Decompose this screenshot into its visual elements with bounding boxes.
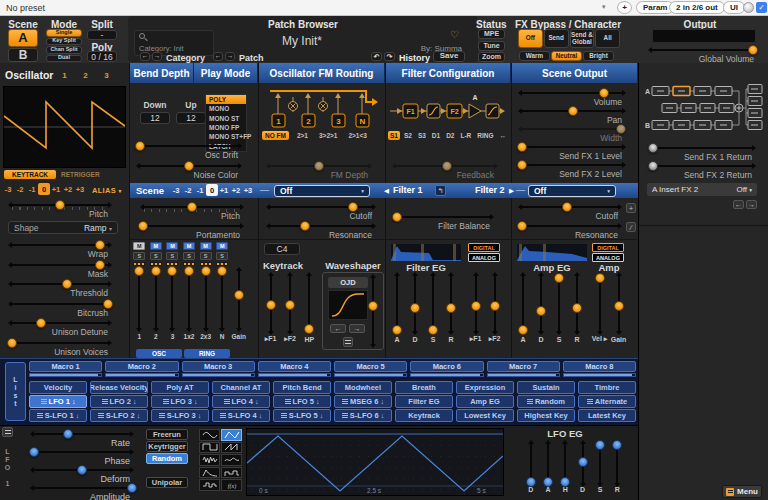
osc-keytrack-toggle[interactable]: KEYTRACK <box>4 170 56 179</box>
mode-option-button[interactable]: Dual <box>46 55 82 63</box>
lfo-shape-random[interactable] <box>199 479 220 491</box>
mod-menu-icon[interactable] <box>342 413 348 418</box>
fx-character-option[interactable]: Bright <box>583 51 614 61</box>
lfo-trigger-option[interactable]: Freerun <box>146 429 188 440</box>
category-next-button[interactable]: → <box>152 52 162 61</box>
lfo-trigger-option[interactable]: Keytrigger <box>146 441 188 452</box>
mod-source-cell[interactable]: Breath <box>395 381 453 394</box>
mod-menu-icon[interactable] <box>527 399 533 404</box>
mod-drop-arrow-icon[interactable]: ↓ <box>380 398 384 405</box>
scene-b-button[interactable]: B <box>8 48 38 62</box>
redo-icon[interactable]: ↷ <box>384 52 395 61</box>
mod-source-cell[interactable]: Alternate ↓ <box>578 395 636 408</box>
insert-fx-prev-button[interactable]: ← <box>733 200 744 209</box>
mod-drop-arrow-icon[interactable]: ↓ <box>320 412 324 419</box>
mod-source-cell[interactable]: Velocity <box>29 381 87 394</box>
filter-config-option[interactable]: S1 <box>388 131 400 140</box>
eg-slider[interactable]: S <box>550 273 568 343</box>
mod-menu-icon[interactable] <box>285 399 291 404</box>
mute-button[interactable]: M <box>216 242 228 250</box>
mod-menu-icon[interactable] <box>342 399 348 404</box>
mixer-fader[interactable] <box>166 268 178 331</box>
fx-bypass-option[interactable]: Send <box>544 29 569 48</box>
filter-config-option[interactable]: D2 <box>444 131 456 140</box>
scene-octave-option[interactable]: -3 <box>170 184 182 196</box>
macro-value-bar[interactable] <box>487 373 560 377</box>
scene-output-slider[interactable]: Send FX 1 Level <box>518 142 626 160</box>
lfo-shape-sawtooth[interactable] <box>221 442 242 454</box>
send-fx1-return-slider[interactable]: Send FX 1 Return <box>650 143 756 161</box>
save-button[interactable]: Save <box>433 51 465 62</box>
lfo-shape-formula[interactable]: f(x) <box>221 479 242 491</box>
mod-source-cell[interactable]: S-LFO 3 ↓ <box>151 409 209 422</box>
macro-value-bar[interactable] <box>563 373 636 377</box>
eg-slider[interactable]: R <box>442 273 460 343</box>
mod-source-cell[interactable]: Lowest Key ↓ <box>456 409 514 422</box>
category-nav-label[interactable]: Category <box>166 53 205 63</box>
keytrack-root-value[interactable]: C4 <box>264 243 300 255</box>
mod-source-cell[interactable]: Poly AT <box>151 381 209 394</box>
osc-octave-option[interactable]: -3 <box>2 183 14 195</box>
host-active-checkbox[interactable]: ✓ <box>756 2 767 13</box>
mute-button[interactable]: M <box>150 242 162 250</box>
undo-icon[interactable]: ↶ <box>371 52 382 61</box>
macro-value-bar[interactable] <box>258 373 331 377</box>
patch-nav-label[interactable]: Patch <box>239 53 264 63</box>
preset-chevron-down-icon[interactable]: ▾ <box>602 3 606 11</box>
mute-button[interactable]: M <box>183 242 195 250</box>
mod-menu-icon[interactable] <box>587 399 593 404</box>
mod-drop-arrow-icon[interactable]: ↓ <box>316 398 320 405</box>
poly-count[interactable]: 0 / 16 <box>87 51 117 62</box>
mod-menu-icon[interactable] <box>102 399 108 404</box>
scene-octave-option[interactable]: +2 <box>230 184 242 196</box>
lfo-eg-slider[interactable]: D <box>522 441 539 493</box>
filter-config-diagram[interactable]: F1F2 A <box>388 90 508 128</box>
filter-config-option[interactable]: L-R <box>458 131 473 140</box>
lfo-slider[interactable]: Amplitude <box>30 483 134 500</box>
macro-control[interactable]: Macro 6 <box>410 361 483 378</box>
mod-source-cell[interactable]: LFO 4 ↓ <box>212 395 270 408</box>
osc-drift-slider[interactable]: Osc Drift <box>136 141 242 159</box>
macro-value-bar[interactable] <box>29 373 102 377</box>
lfo-slider[interactable]: Phase <box>30 447 134 465</box>
fm-routing-option[interactable]: 2>1<3 <box>345 131 369 140</box>
filter-eg-digital-button[interactable]: DIGITAL <box>468 243 500 252</box>
fm-routing-option[interactable]: NO FM <box>262 131 289 140</box>
mod-source-cell[interactable]: Channel AT <box>212 381 270 394</box>
filter-config-option[interactable]: RING <box>475 131 495 140</box>
mixer-fader[interactable] <box>150 268 162 331</box>
waveshaper-prev-button[interactable]: ← <box>330 324 346 333</box>
macro-value-bar[interactable] <box>334 373 407 377</box>
fm-routing-diagram[interactable]: 12 3N <box>262 87 382 131</box>
portamento-slider[interactable]: Portamento <box>140 221 244 239</box>
lfo-trigger-option[interactable]: Random <box>146 453 188 464</box>
fm-routing-option[interactable]: 2>1 <box>294 131 311 140</box>
mod-source-cell[interactable]: Expression <box>456 381 514 394</box>
osc-param-slider[interactable]: Wrap <box>8 240 112 258</box>
waveshaper-next-button[interactable]: → <box>349 324 365 333</box>
mod-source-cell[interactable]: S-LFO 5 ↓ <box>273 409 331 422</box>
mod-source-cell[interactable]: Amp EG ↓ <box>456 395 514 408</box>
patch-next-button[interactable]: → <box>225 52 235 61</box>
scene-output-slider[interactable]: Pan <box>518 106 626 124</box>
mod-source-cell[interactable]: Modwheel <box>334 381 392 394</box>
eg-slider[interactable]: R <box>568 273 586 343</box>
mod-source-cell[interactable]: Filter EG ↓ <box>395 395 453 408</box>
lfo-menu-icon[interactable] <box>2 427 13 437</box>
scene-a-button[interactable]: A <box>8 29 38 47</box>
mixer-fader[interactable] <box>200 268 212 331</box>
eg-slider[interactable]: D <box>406 273 424 343</box>
add-button[interactable]: + <box>617 1 632 14</box>
lfo-waveform-display[interactable]: 0 s 2.5 s 5 s <box>246 428 504 496</box>
status-toggle-button[interactable]: Tune <box>478 41 505 51</box>
lfo-shape-sine[interactable] <box>199 429 220 441</box>
lfo-eg-slider[interactable]: H <box>557 441 574 493</box>
lfo-shape-smooth-noise[interactable] <box>221 454 242 466</box>
macro-control[interactable]: Macro 5 <box>334 361 407 378</box>
osc-param-slider[interactable]: Bitcrush <box>8 299 112 317</box>
macro-control[interactable]: Macro 1 <box>29 361 102 378</box>
mod-source-cell[interactable]: Latest Key ↓ <box>578 409 636 422</box>
mod-drop-arrow-icon[interactable]: ↓ <box>76 412 80 419</box>
mod-drop-arrow-icon[interactable]: ↓ <box>259 412 263 419</box>
solo-button[interactable]: S <box>150 252 162 260</box>
